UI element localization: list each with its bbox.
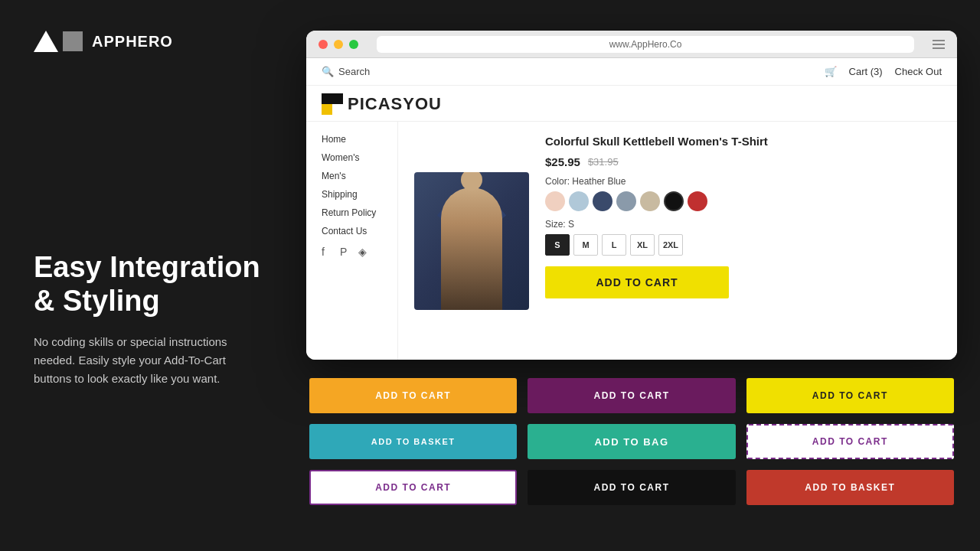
color-label: Color: xyxy=(545,176,570,187)
store-logo-bar: PICASYOU xyxy=(306,86,957,122)
traffic-red[interactable] xyxy=(318,40,328,49)
size-m[interactable]: M xyxy=(573,234,598,256)
store-main: Home Women's Men's Shipping Return Polic… xyxy=(306,122,957,360)
color-row: Color: Heather Blue xyxy=(545,176,945,187)
swatch-2[interactable] xyxy=(593,191,612,211)
price-current: $25.95 xyxy=(545,155,580,168)
cart-label[interactable]: Cart (3) xyxy=(849,66,883,77)
price-original: $31.95 xyxy=(588,156,619,168)
browser-content: 🔍 Search 🛒 Cart (3) Check Out xyxy=(306,58,957,360)
hero-title: Easy Integration & Styling xyxy=(34,251,265,318)
address-bar[interactable]: www.AppHero.Co xyxy=(377,36,914,53)
button-style-grid: ADD TO CART ADD TO CART ADD TO CART ADD … xyxy=(306,378,957,505)
picasyou-logo: PICASYOU xyxy=(322,93,442,115)
size-s[interactable]: S xyxy=(545,234,570,256)
nav-womens[interactable]: Women's xyxy=(322,152,382,163)
btn-red[interactable]: ADD TO BASKET xyxy=(746,470,954,505)
btn-black[interactable]: ADD TO CART xyxy=(528,470,735,505)
product-details: Colorful Skull Kettlebell Women's T-Shir… xyxy=(545,131,945,350)
nav-contact[interactable]: Contact Us xyxy=(322,226,382,236)
nav-mens[interactable]: Men's xyxy=(322,171,382,181)
app-logo-area: APPHERO xyxy=(34,31,265,52)
swatch-6[interactable] xyxy=(688,191,707,211)
picasyou-logo-icon xyxy=(322,93,343,115)
app-name: APPHERO xyxy=(92,33,173,51)
nav-shipping[interactable]: Shipping xyxy=(322,189,382,200)
nav-home[interactable]: Home xyxy=(322,134,382,145)
browser-window: www.AppHero.Co 🔍 Search 🛒 Cart (3) Check… xyxy=(306,31,957,360)
search-icon: 🔍 xyxy=(322,66,334,77)
traffic-yellow[interactable] xyxy=(334,40,343,49)
left-panel: APPHERO Easy Integration & Styling No co… xyxy=(0,0,299,551)
pinterest-icon[interactable]: P xyxy=(340,246,352,258)
logo-bold: HERO xyxy=(126,33,173,50)
swatch-4[interactable] xyxy=(640,191,660,211)
btn-green[interactable]: Add To Bag xyxy=(528,424,735,459)
store-header: 🔍 Search 🛒 Cart (3) Check Out xyxy=(306,58,957,86)
price-row: $25.95 $31.95 xyxy=(545,155,945,168)
main-add-to-cart-button[interactable]: ADD TO CART xyxy=(545,266,729,298)
traffic-green[interactable] xyxy=(349,40,358,49)
checkout-label[interactable]: Check Out xyxy=(895,66,942,77)
size-selected: S xyxy=(568,219,574,230)
swatch-0[interactable] xyxy=(545,191,565,211)
cart-icon: 🛒 xyxy=(825,66,837,77)
logo-square-icon xyxy=(63,31,83,51)
logo-icon xyxy=(34,31,83,52)
logo-triangle-icon xyxy=(34,31,58,52)
color-swatches xyxy=(545,191,945,211)
btn-orange[interactable]: ADD TO CART xyxy=(309,378,517,413)
size-buttons: S M L XL 2XL xyxy=(545,234,945,256)
size-label: Size: xyxy=(545,219,566,230)
hero-subtitle: No coding skills or special instructions… xyxy=(34,333,265,388)
url-text: www.AppHero.Co xyxy=(609,39,682,50)
search-label: Search xyxy=(338,66,370,77)
product-image: 💀 xyxy=(414,172,529,310)
size-2xl[interactable]: 2XL xyxy=(658,234,683,256)
store-nav: Home Women's Men's Shipping Return Polic… xyxy=(306,122,398,360)
size-row: Size: S xyxy=(545,219,945,230)
product-area: 💀 Colo xyxy=(398,122,957,360)
instagram-icon[interactable]: ◈ xyxy=(358,246,371,258)
btn-purple-dashed[interactable]: ADD TO CART xyxy=(746,424,954,459)
facebook-icon[interactable]: f xyxy=(322,246,334,258)
product-title: Colorful Skull Kettlebell Women's T-Shir… xyxy=(545,134,945,149)
store-search[interactable]: 🔍 Search xyxy=(322,66,370,77)
social-links: f P ◈ xyxy=(322,246,382,258)
right-panel: www.AppHero.Co 🔍 Search 🛒 Cart (3) Check… xyxy=(299,0,980,551)
swatch-1[interactable] xyxy=(569,191,589,211)
hero-section: Easy Integration & Styling No coding ski… xyxy=(34,251,265,388)
swatch-3[interactable] xyxy=(616,191,636,211)
btn-purple-outline[interactable]: ADD TO CART xyxy=(309,470,517,505)
logo-light: APP xyxy=(92,33,126,50)
size-xl[interactable]: XL xyxy=(630,234,655,256)
btn-purple-solid[interactable]: ADD TO CART xyxy=(528,378,735,413)
btn-teal[interactable]: ADD TO BASKET xyxy=(309,424,517,459)
product-image-area: 💀 xyxy=(410,131,533,350)
browser-titlebar: www.AppHero.Co xyxy=(306,31,957,58)
browser-menu-icon[interactable] xyxy=(933,40,945,49)
store-cart-area: 🛒 Cart (3) Check Out xyxy=(825,66,942,77)
color-name: Heather Blue xyxy=(572,176,626,187)
btn-yellow[interactable]: ADD TO CART xyxy=(746,378,954,413)
size-l[interactable]: L xyxy=(602,234,626,256)
swatch-5[interactable] xyxy=(664,191,684,211)
nav-return[interactable]: Return Policy xyxy=(322,207,382,218)
store-name: PICASYOU xyxy=(348,94,442,114)
